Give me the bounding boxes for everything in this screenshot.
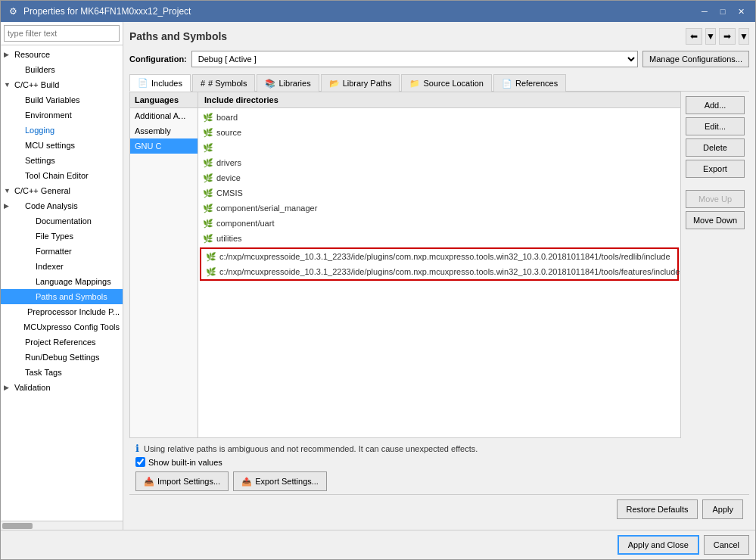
dir-item-device[interactable]: 🌿 device — [198, 170, 680, 185]
tree-item-validation[interactable]: ▶ Validation — [1, 380, 123, 395]
add-button[interactable]: Add... — [686, 96, 745, 114]
apply-and-close-button[interactable]: Apply and Close — [618, 535, 699, 555]
tab-includes[interactable]: 📄 Includes — [129, 74, 191, 92]
import-settings-button[interactable]: 📥 Import Settings... — [135, 471, 229, 491]
panel-toolbar: ⬅ ▼ ➡ ▼ — [686, 28, 749, 45]
tree-item-environment[interactable]: Environment — [1, 107, 123, 123]
tree-item-file-types[interactable]: File Types — [1, 229, 123, 244]
dropdown-button[interactable]: ▼ — [705, 28, 716, 45]
dir-item-serial-manager[interactable]: 🌿 component/serial_manager — [198, 201, 680, 216]
directories-list: 🌿 board 🌿 source 🌿 — [198, 108, 680, 437]
restore-defaults-button[interactable]: Restore Defaults — [617, 499, 698, 519]
minimize-button[interactable]: ─ — [696, 4, 713, 19]
manage-configurations-button[interactable]: Manage Configurations... — [642, 51, 749, 67]
folder-icon: 🌿 — [203, 234, 213, 244]
edit-button[interactable]: Edit... — [686, 117, 745, 135]
dir-item-cmsis[interactable]: 🌿 CMSIS — [198, 185, 680, 201]
dir-item-drivers[interactable]: 🌿 drivers — [198, 155, 680, 170]
tree-item-run-debug[interactable]: Run/Debug Settings — [1, 350, 123, 365]
panel-title: Paths and Symbols — [129, 30, 227, 42]
maximize-button[interactable]: □ — [714, 4, 731, 19]
tree-item-logging[interactable]: Logging — [1, 123, 123, 138]
tree-area: ▶ Resource Builders ▼ C/C++ Build — [1, 45, 123, 521]
cancel-button[interactable]: Cancel — [704, 535, 749, 555]
move-up-button[interactable]: Move Up — [686, 190, 745, 208]
titlebar-controls: ─ □ ✕ — [696, 4, 749, 19]
tab-source-location[interactable]: 📁 Source Location — [401, 74, 492, 92]
dir-item-features[interactable]: 🌿 c:/nxp/mcuxpressoide_10.3.1_2233/ide/p… — [201, 264, 677, 279]
export-settings-button[interactable]: 📤 Export Settings... — [233, 471, 327, 491]
forward-dropdown-button[interactable]: ▼ — [739, 28, 749, 45]
includes-icon: 📄 — [138, 78, 148, 88]
tab-symbols-label: # Symbols — [208, 79, 247, 88]
final-buttons-row: Apply and Close Cancel — [1, 530, 755, 559]
tree-item-preprocessor-include[interactable]: Preprocessor Include P... — [1, 304, 123, 319]
content-area: ▶ Resource Builders ▼ C/C++ Build — [1, 22, 755, 530]
languages-header: Languages — [130, 92, 198, 108]
tab-includes-label: Includes — [151, 79, 182, 88]
info-message-line: ℹ Using relative paths is ambiguous and … — [135, 443, 743, 454]
folder-icon: 🌿 — [203, 128, 213, 138]
tree-item-task-tags[interactable]: Task Tags — [1, 365, 123, 380]
tree-item-mcuxpresso-config[interactable]: MCUxpresso Config Tools — [1, 319, 123, 334]
tree-item-project-references[interactable]: Project References — [1, 334, 123, 350]
tree-item-mcu-settings[interactable]: MCU settings — [1, 138, 123, 153]
tree-item-build-variables[interactable]: Build Variables — [1, 92, 123, 107]
dir-item-board[interactable]: 🌿 board — [198, 110, 680, 125]
close-button[interactable]: ✕ — [733, 4, 749, 19]
delete-button[interactable]: Delete — [686, 138, 745, 157]
lang-item-gnu-c[interactable]: GNU C — [130, 138, 198, 154]
tree-item-language-mappings[interactable]: Language Mappings — [1, 274, 123, 289]
arrow-icon: ▼ — [4, 81, 14, 89]
tab-symbols[interactable]: # # Symbols — [192, 74, 255, 92]
arrow-icon: ▶ — [4, 202, 14, 210]
tree-item-tool-chain-editor[interactable]: Tool Chain Editor — [1, 168, 123, 183]
lang-item-additional[interactable]: Additional A... — [130, 108, 198, 123]
left-scrollbar[interactable] — [1, 521, 123, 530]
window-title: Properties for MK64FN1M0xxx12_Project — [23, 6, 191, 17]
folder-icon: 🌿 — [203, 204, 213, 213]
restore-apply-row: Restore Defaults Apply — [129, 494, 749, 524]
tab-libraries[interactable]: 📚 Libraries — [257, 74, 319, 92]
main-content: Languages Additional A... Assembly GNU C… — [129, 92, 681, 438]
tree-item-settings[interactable]: Settings — [1, 153, 123, 168]
tree-item-formatter[interactable]: Formatter — [1, 244, 123, 259]
references-icon: 📄 — [502, 79, 512, 89]
tab-references[interactable]: 📄 References — [493, 74, 566, 92]
tree-item-documentation[interactable]: Documentation — [1, 213, 123, 229]
tree-item-cpp-general[interactable]: ▼ C/C++ General — [1, 183, 123, 198]
move-down-button[interactable]: Move Down — [686, 211, 745, 229]
forward-button[interactable]: ➡ — [719, 28, 736, 45]
tab-libraries-label: Libraries — [278, 79, 310, 88]
tab-library-paths[interactable]: 📂 Library Paths — [321, 74, 400, 92]
show-builtin-label: Show built-in values — [148, 458, 222, 467]
config-row: Configuration: Debug [ Active ] Manage C… — [129, 51, 749, 67]
titlebar: ⚙ Properties for MK64FN1M0xxx12_Project … — [1, 1, 755, 22]
dir-item-utilities[interactable]: 🌿 utilities — [198, 231, 680, 246]
folder-icon: 🌿 — [206, 267, 216, 277]
info-icon: ℹ — [135, 443, 139, 454]
apply-button[interactable]: Apply — [702, 499, 743, 519]
folder-icon: 🌿 — [203, 113, 213, 123]
directories-header: Include directories — [198, 92, 680, 108]
directories-panel: Include directories 🌿 board 🌿 source — [198, 92, 680, 437]
import-icon: 📥 — [144, 477, 154, 487]
dir-item-source[interactable]: 🌿 source — [198, 125, 680, 140]
tree-item-builders[interactable]: Builders — [1, 62, 123, 77]
tree-item-paths-and-symbols[interactable]: Paths and Symbols — [1, 289, 123, 304]
dir-item-uart[interactable]: 🌿 component/uart — [198, 216, 680, 231]
scroll-thumb[interactable] — [2, 523, 33, 529]
folder-icon: 🌿 — [203, 188, 213, 198]
tree-item-code-analysis[interactable]: ▶ Code Analysis — [1, 198, 123, 213]
back-button[interactable]: ⬅ — [686, 28, 702, 45]
export-button[interactable]: Export — [686, 160, 745, 178]
tree-item-resource[interactable]: ▶ Resource — [1, 47, 123, 62]
dir-item-empty[interactable]: 🌿 — [198, 140, 680, 155]
filter-input[interactable] — [4, 25, 120, 42]
show-builtin-checkbox[interactable] — [135, 457, 145, 467]
tree-item-indexer[interactable]: Indexer — [1, 259, 123, 274]
tree-item-cpp-build[interactable]: ▼ C/C++ Build — [1, 77, 123, 92]
lang-item-assembly[interactable]: Assembly — [130, 123, 198, 138]
dir-item-redlib[interactable]: 🌿 c:/nxp/mcuxpressoide_10.3.1_2233/ide/p… — [201, 249, 677, 264]
config-select[interactable]: Debug [ Active ] — [191, 51, 638, 67]
